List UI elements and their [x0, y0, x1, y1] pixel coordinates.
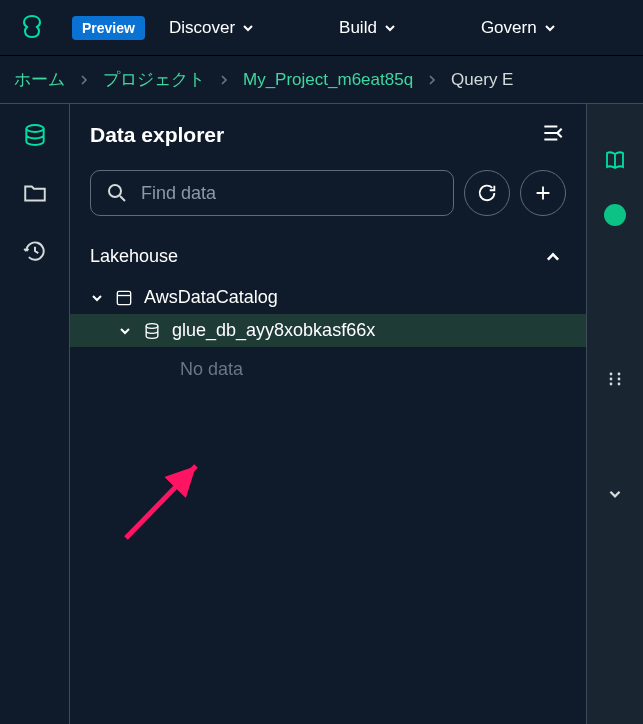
chevron-down-icon: [383, 21, 397, 35]
chevron-down-icon: [90, 291, 104, 305]
breadcrumb-home[interactable]: ホーム: [14, 68, 65, 91]
panel-title: Data explorer: [90, 123, 224, 147]
chevron-up-icon: [544, 248, 562, 266]
drag-handle-icon[interactable]: [606, 370, 624, 392]
search-icon: [105, 181, 129, 205]
book-icon[interactable]: [603, 148, 627, 176]
nav-govern-label: Govern: [481, 18, 537, 38]
chevron-down-icon: [241, 21, 255, 35]
search-input-wrapper[interactable]: [90, 170, 454, 216]
catalog-icon: [114, 288, 134, 308]
svg-point-5: [618, 373, 621, 376]
lakehouse-section-header[interactable]: Lakehouse: [70, 234, 586, 279]
data-icon[interactable]: [22, 122, 48, 152]
chevron-right-icon: [427, 72, 437, 88]
nav-build[interactable]: Build: [339, 18, 397, 38]
chevron-down-icon: [118, 324, 132, 338]
refresh-button[interactable]: [464, 170, 510, 216]
nav-govern[interactable]: Govern: [481, 18, 557, 38]
chevron-right-icon: [219, 72, 229, 88]
svg-point-7: [618, 378, 621, 381]
tree: AwsDataCatalog glue_db_ayy8xobkasf66x No…: [70, 279, 586, 386]
tree-row-catalog[interactable]: AwsDataCatalog: [70, 281, 586, 314]
preview-badge: Preview: [72, 16, 145, 40]
plus-icon: [532, 182, 554, 204]
chevron-down-icon: [543, 21, 557, 35]
right-icon-rail: [587, 104, 643, 724]
history-icon[interactable]: [22, 238, 48, 268]
database-icon: [142, 321, 162, 341]
database-label: glue_db_ayy8xobkasf66x: [172, 320, 375, 341]
nav-discover-label: Discover: [169, 18, 235, 38]
add-button[interactable]: [520, 170, 566, 216]
svg-point-3: [146, 323, 158, 328]
nav-discover[interactable]: Discover: [169, 18, 255, 38]
search-input[interactable]: [141, 183, 439, 204]
svg-point-8: [610, 383, 613, 386]
breadcrumb-current: Query E: [451, 70, 513, 90]
folder-icon[interactable]: [22, 180, 48, 210]
expand-section-icon[interactable]: [607, 486, 623, 506]
svg-point-0: [26, 125, 43, 132]
status-indicator[interactable]: [604, 204, 626, 226]
svg-point-1: [109, 185, 121, 197]
topbar: Preview Discover Build Govern: [0, 0, 643, 56]
collapse-panel-icon[interactable]: [540, 120, 566, 150]
no-data-label: No data: [70, 347, 586, 386]
main-area: Data explorer Lakehouse: [0, 104, 643, 724]
svg-point-9: [618, 383, 621, 386]
app-logo-icon: [16, 12, 48, 44]
svg-rect-2: [117, 291, 130, 304]
nav-build-label: Build: [339, 18, 377, 38]
svg-point-6: [610, 378, 613, 381]
left-icon-rail: [0, 104, 70, 724]
data-explorer-panel: Data explorer Lakehouse: [70, 104, 587, 724]
breadcrumb: ホーム プロジェクト My_Project_m6eat85q Query E: [0, 56, 643, 104]
chevron-right-icon: [79, 72, 89, 88]
breadcrumb-project[interactable]: プロジェクト: [103, 68, 205, 91]
catalog-label: AwsDataCatalog: [144, 287, 278, 308]
breadcrumb-my-project[interactable]: My_Project_m6eat85q: [243, 70, 413, 90]
refresh-icon: [476, 182, 498, 204]
svg-point-4: [610, 373, 613, 376]
search-controls: [70, 154, 586, 234]
panel-header: Data explorer: [70, 104, 586, 154]
tree-row-database[interactable]: glue_db_ayy8xobkasf66x: [70, 314, 586, 347]
lakehouse-label: Lakehouse: [90, 246, 178, 267]
